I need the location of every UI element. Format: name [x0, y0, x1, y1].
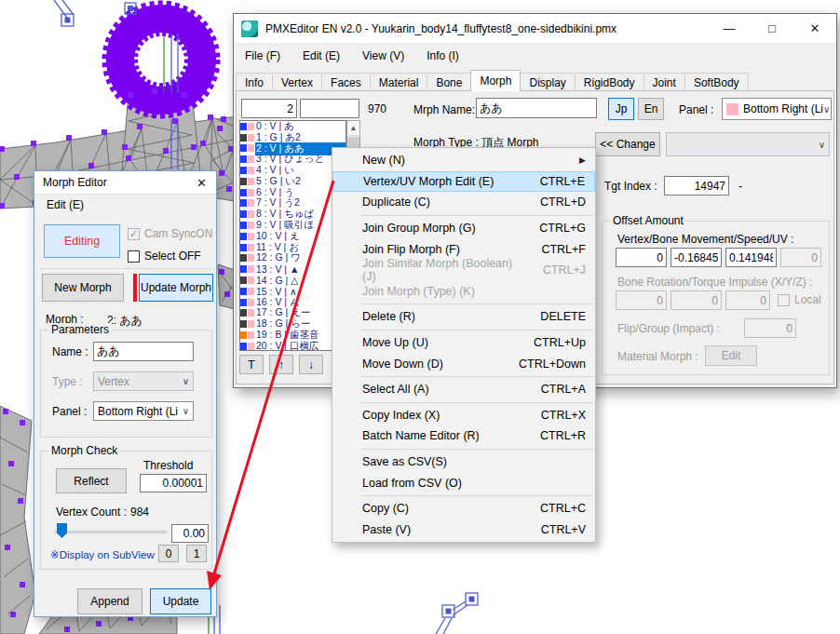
tab-morph[interactable]: Morph [470, 70, 521, 91]
cam-sync-checkbox[interactable]: ✓ Cam SyncON [128, 227, 212, 240]
move-up-button[interactable]: ↑ [269, 355, 293, 374]
menu-item-label: Move Down (D) [362, 357, 443, 371]
submenu-arrow-icon: ▶ [579, 155, 586, 165]
panel-chip [248, 320, 254, 328]
menu-item-shortcut: CTRL+F [522, 243, 586, 256]
panel-dropdown[interactable]: Bottom Right (Li∨ [93, 401, 194, 421]
context-menu-item[interactable]: Vertex/UV Morph Edit (E)CTRL+E [332, 171, 595, 193]
offset-x-field[interactable] [616, 248, 667, 267]
window-title: PMXEditor EN v2.0 - Yuukarin_body14_fluf… [265, 22, 616, 35]
chevron-down-icon: ∨ [183, 406, 189, 416]
context-menu-item[interactable]: Batch Name Editor (R)CTRL+R [332, 425, 595, 447]
context-menu-item[interactable]: Move Up (U)CTRL+Up [332, 332, 595, 354]
menu-item-shortcut: CTRL+J [524, 263, 586, 277]
panel-chip [248, 309, 254, 317]
context-menu-item[interactable]: Select All (A)CTRL+A [332, 379, 595, 400]
jp-toggle-button[interactable]: Jp [608, 98, 634, 120]
menu-separator [360, 402, 593, 403]
move-down-button[interactable]: ↓ [299, 355, 323, 374]
offset-y-field[interactable] [671, 248, 722, 267]
context-menu-item[interactable]: Load from CSV (O) [332, 472, 595, 493]
close-icon[interactable]: ✕ [196, 176, 207, 190]
context-menu-item[interactable]: Join Group Morph (G)CTRL+G [332, 218, 595, 239]
tab-joint[interactable]: Joint [644, 73, 685, 91]
morph-list-item[interactable]: 14 : G | △ [240, 275, 345, 286]
menu-item-shortcut: CTRL+V [522, 523, 586, 536]
context-menu-item[interactable]: New (N)▶ [332, 150, 595, 171]
name-label: Name : [52, 345, 88, 358]
morph-index-field[interactable] [241, 99, 297, 118]
morph-list-item[interactable]: 13 : V | ▲ [240, 263, 345, 275]
tab-faces[interactable]: Faces [321, 73, 371, 91]
panel-color-chip [726, 103, 738, 115]
menu-view[interactable]: View (V) [351, 43, 415, 69]
close-button[interactable]: ✕ [793, 14, 836, 43]
change-button[interactable]: << Change [595, 132, 660, 156]
menu-item-label: Save as CSV(S) [362, 455, 447, 468]
morph-list-item[interactable]: 12 : G | ワ [240, 253, 345, 264]
flip-group-field [744, 318, 796, 338]
tab-display[interactable]: Display [520, 73, 575, 91]
tab-rigidbody[interactable]: RigidBody [575, 73, 644, 91]
app-icon [241, 20, 258, 37]
morph-filter-field[interactable] [300, 99, 359, 118]
menu-file[interactable]: File (F) [234, 43, 291, 69]
context-menu-item[interactable]: Copy (C)CTRL+C [332, 498, 595, 519]
morph-type-chip [240, 222, 247, 229]
tab-info[interactable]: Info [236, 73, 273, 91]
en-toggle-button[interactable]: En [638, 98, 664, 120]
menu-item-label: Join Flip Morph (F) [362, 243, 460, 256]
context-menu-item[interactable]: Copy Index (X)CTRL+X [332, 405, 595, 426]
context-menu-item[interactable]: Paste (V)CTRL+V [332, 519, 595, 541]
subview-label[interactable]: ※Display on SubView [50, 548, 155, 561]
morph-value-field[interactable] [171, 524, 209, 543]
menu-item-shortcut: CTRL+D [522, 196, 586, 209]
menu-item-label: Copy Index (X) [362, 409, 440, 422]
morph-editor-menu-edit[interactable]: Edit (E) [34, 195, 216, 215]
menu-item-shortcut: CTRL+R [522, 429, 586, 442]
offset-z-field[interactable] [725, 248, 777, 267]
panel-label: Panel : [679, 103, 713, 116]
tab-material[interactable]: Material [370, 73, 428, 91]
menu-item-label: Load from CSV (O) [362, 477, 462, 490]
reflect-button[interactable]: Reflect [56, 468, 127, 493]
scroll-up-icon[interactable]: ▲ [347, 121, 359, 136]
menu-separator [360, 330, 593, 330]
morph-slider-track[interactable] [55, 531, 167, 533]
menu-info[interactable]: Info (I) [415, 43, 470, 69]
new-morph-button[interactable]: New Morph [42, 274, 124, 302]
context-menu-item[interactable]: Move Down (D)CTRL+Down [332, 353, 595, 374]
tab-vertex[interactable]: Vertex [272, 73, 322, 91]
name-field[interactable] [93, 342, 194, 361]
minimize-button[interactable]: — [708, 14, 751, 43]
tab-bone[interactable]: Bone [427, 73, 471, 91]
update-morph-button[interactable]: Update Morph [139, 274, 213, 302]
context-menu-item[interactable]: Delete (R)DELETE [332, 306, 595, 328]
update-button[interactable]: Update [150, 588, 211, 614]
append-button[interactable]: Append [77, 588, 142, 614]
window-titlebar[interactable]: PMXEditor EN v2.0 - Yuukarin_body14_fluf… [234, 14, 836, 43]
morph-list[interactable]: 0 : V | あ1 : G | あ22 : V | ああ3 : V | ひょっ… [239, 120, 346, 351]
tgt-index-field[interactable] [664, 176, 729, 196]
tgt-index-suffix: - [738, 180, 742, 193]
menu-item-label: Batch Name Editor (R) [362, 429, 480, 442]
morph-list-item[interactable]: 20 : V | 口横広 [240, 341, 345, 351]
context-menu-item[interactable]: Duplicate (C)CTRL+D [332, 192, 595, 213]
select-off-checkbox[interactable]: Select OFF [128, 250, 201, 263]
list-button-row: T↑↓ [239, 355, 323, 374]
subview-1-button[interactable]: 1 [186, 545, 207, 562]
subview-0-button[interactable]: 0 [158, 545, 179, 562]
panel-dropdown[interactable]: Bottom Right (Li ∨ [722, 98, 832, 120]
morph-count: 970 [353, 102, 386, 115]
menu-edit[interactable]: Edit (E) [291, 43, 351, 69]
menu-item-label: Duplicate (C) [362, 196, 430, 209]
offset-amount-group: Offset Amount Vertex/Bone Movement/Speed… [602, 221, 830, 375]
maximize-button[interactable]: □ [751, 14, 793, 43]
threshold-field[interactable] [140, 474, 207, 492]
tab-softbody[interactable]: SoftBody [684, 73, 749, 91]
morph-editor-titlebar[interactable]: Morph Editor ✕ [34, 171, 216, 195]
context-menu-item[interactable]: Save as CSV(S) [332, 452, 595, 473]
editing-button[interactable]: Editing [44, 224, 120, 258]
morph-name-field[interactable] [476, 98, 597, 118]
list-toggle-button[interactable]: T [239, 355, 264, 374]
